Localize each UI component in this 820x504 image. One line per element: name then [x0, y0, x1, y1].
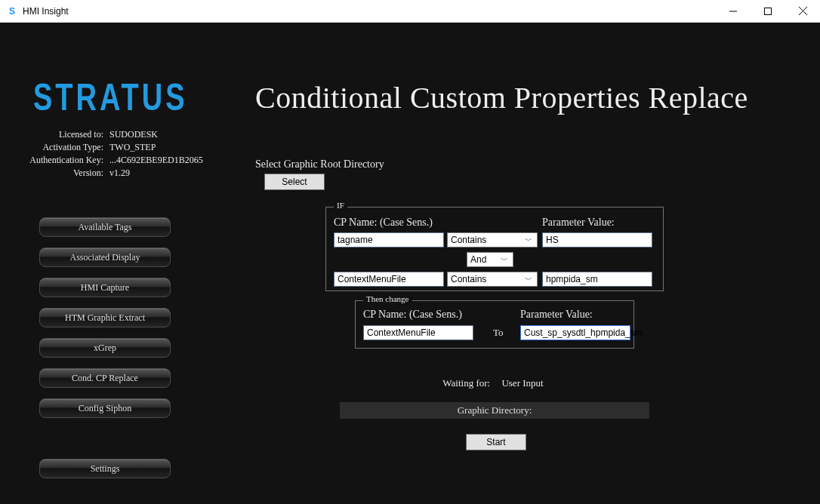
- start-button[interactable]: Start: [466, 434, 526, 450]
- if-row1-cpname-input[interactable]: tagname: [334, 232, 444, 247]
- activation-type-label: Activation Type:: [23, 141, 109, 154]
- client-area: STRATUS Licensed to: SUDODESK Activation…: [0, 23, 820, 504]
- minimize-button[interactable]: [716, 0, 751, 23]
- chevron-down-icon: ﹀: [501, 255, 508, 266]
- then-to-label: To: [493, 327, 504, 339]
- select-directory-button[interactable]: Select: [264, 174, 325, 190]
- nav-config-siphon[interactable]: Config Siphon: [39, 398, 171, 418]
- if-legend: IF: [334, 201, 347, 210]
- status-value: User Input: [501, 377, 543, 389]
- then-param-header: Parameter Value:: [520, 309, 593, 321]
- nav-xgrep[interactable]: xGrep: [39, 338, 171, 358]
- status-line: Waiting for: User Input: [255, 377, 731, 389]
- if-row1-operator-select[interactable]: Contains ﹀: [447, 232, 538, 247]
- maximize-button[interactable]: [751, 0, 785, 23]
- nav-cond-cp-replace[interactable]: Cond. CP Replace: [39, 368, 171, 388]
- nav-hmi-capture[interactable]: HMI Capture: [39, 278, 171, 297]
- chevron-down-icon: ﹀: [525, 275, 532, 285]
- if-logic-operator-select[interactable]: And ﹀: [467, 252, 513, 267]
- close-button[interactable]: [785, 0, 820, 23]
- graphic-directory-bar: Graphic Directory:: [340, 402, 649, 419]
- sidebar-nav: Available Tags Associated Display HMI Ca…: [39, 217, 171, 489]
- select-root-label: Select Graphic Root Directory: [255, 158, 384, 171]
- nav-associated-display[interactable]: Associated Display: [39, 247, 171, 267]
- page-title: Conditional Custom Properties Replace: [255, 80, 748, 115]
- status-label: Waiting for:: [442, 377, 490, 389]
- if-row2-value-input[interactable]: hpmpida_sm: [542, 272, 652, 287]
- brand-logo: STRATUS: [33, 77, 188, 119]
- if-cpname-header: CP Name: (Case Sens.): [334, 217, 433, 229]
- then-legend: Then change: [363, 294, 412, 303]
- if-row1-value-input[interactable]: HS: [542, 232, 652, 247]
- window-title: HMI Insight: [23, 6, 69, 17]
- if-param-header: Parameter Value:: [542, 217, 615, 229]
- licensed-to-value: SUDODESK: [109, 128, 227, 141]
- licensed-to-label: Licensed to:: [23, 128, 109, 141]
- version-label: Version:: [23, 167, 109, 180]
- nav-available-tags[interactable]: Available Tags: [39, 217, 171, 237]
- if-row2-operator-select[interactable]: Contains ﹀: [447, 272, 538, 287]
- auth-key-label: Authentication Key:: [23, 154, 109, 167]
- nav-htm-graphic-extract[interactable]: HTM Graphic Extract: [39, 308, 171, 327]
- app-icon: S: [6, 5, 18, 17]
- auth-key-value: ...4C692EBE9ED1B2065: [109, 154, 227, 167]
- if-row1-operator-value: Contains: [451, 235, 486, 245]
- activation-type-value: TWO_STEP: [109, 141, 227, 154]
- then-cpname-header: CP Name: (Case Sens.): [363, 309, 462, 321]
- titlebar: S HMI Insight: [0, 0, 820, 23]
- svg-rect-1: [765, 8, 772, 14]
- if-row2-cpname-input[interactable]: ContextMenuFile: [334, 272, 444, 287]
- version-value: v1.29: [109, 167, 227, 180]
- then-group: Then change CP Name: (Case Sens.) Parame…: [355, 300, 634, 349]
- then-value-input[interactable]: Cust_sp_sysdtl_hpmpida_sm: [520, 325, 630, 340]
- license-info: Licensed to: SUDODESK Activation Type: T…: [23, 128, 227, 180]
- if-row2-operator-value: Contains: [451, 274, 486, 284]
- chevron-down-icon: ﹀: [525, 235, 532, 246]
- nav-settings[interactable]: Settings: [39, 459, 171, 478]
- then-cpname-input[interactable]: ContextMenuFile: [363, 325, 473, 340]
- if-group: IF CP Name: (Case Sens.) Parameter Value…: [325, 207, 664, 291]
- if-logic-operator-value: And: [470, 254, 486, 265]
